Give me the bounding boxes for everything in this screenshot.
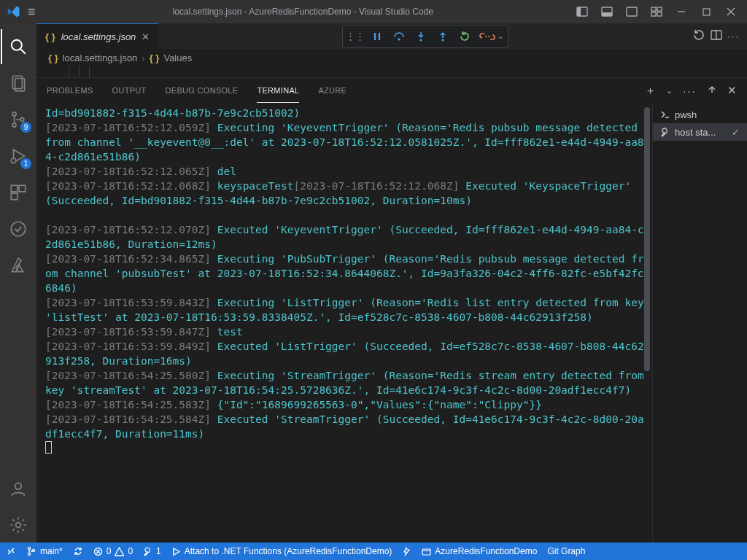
scm-activity[interactable]: 9 (1, 102, 36, 137)
step-out-icon[interactable] (433, 28, 453, 45)
debug-activity[interactable]: 1 (1, 139, 36, 174)
panel-tab-azure[interactable]: AZURE (318, 78, 347, 103)
terminal-list-label: host sta... (675, 127, 716, 138)
app-menu-icon[interactable]: ≡ (28, 4, 36, 20)
status-bar: main* 0 0 1 Attach to .NET Functions (Az… (0, 542, 747, 560)
history-icon[interactable] (692, 28, 705, 44)
panel-tab-terminal[interactable]: TERMINAL (257, 78, 299, 103)
svg-point-23 (398, 38, 400, 40)
editor-tab-localsettings[interactable]: { } local.settings.json ✕ (36, 23, 158, 49)
chevron-right-icon: › (142, 52, 144, 63)
svg-point-25 (442, 39, 444, 41)
breadcrumb[interactable]: { } local.settings.json › { } Values (36, 50, 747, 66)
terminal-list: pwsh host sta... ✓ (652, 103, 747, 542)
wrench-icon (660, 127, 670, 137)
check-icon: ✓ (732, 127, 740, 138)
settings-activity[interactable] (1, 508, 36, 542)
debug-badge: 1 (20, 158, 31, 169)
step-over-icon[interactable] (389, 28, 409, 45)
svg-rect-4 (627, 7, 637, 16)
branch-indicator[interactable]: main* (26, 546, 63, 556)
braces-icon: { } (150, 52, 160, 63)
terminal-icon (660, 109, 670, 120)
testing-activity[interactable] (1, 211, 36, 246)
svg-point-22 (16, 523, 21, 528)
panel-tab-output[interactable]: OUTPUT (112, 78, 147, 103)
problems-indicator[interactable]: 0 0 (93, 546, 133, 556)
bottom-panel: PROBLEMS OUTPUT DEBUG CONSOLE TERMINAL A… (36, 77, 747, 542)
maximize-panel-icon[interactable] (707, 85, 717, 97)
svg-rect-9 (703, 9, 710, 15)
svg-rect-19 (11, 193, 18, 200)
close-panel-icon[interactable]: ✕ (727, 84, 737, 97)
svg-rect-6 (657, 7, 662, 11)
svg-point-16 (11, 158, 16, 163)
wrench-indicator[interactable]: 1 (143, 546, 161, 556)
panel-tab-problems[interactable]: PROBLEMS (47, 78, 93, 103)
terminal-dropdown-icon[interactable]: ⌄ (666, 86, 673, 96)
new-terminal-icon[interactable]: ＋ (645, 84, 656, 98)
braces-icon: { } (45, 31, 55, 42)
project-indicator[interactable]: AzureRedisFunctionDemo (422, 546, 537, 556)
azure-func-indicator[interactable] (402, 547, 411, 556)
window-title: local.settings.json - AzureRedisFunction… (36, 7, 570, 17)
svg-rect-3 (602, 12, 612, 16)
more-icon[interactable]: ··· (727, 31, 740, 42)
explorer-activity[interactable] (1, 66, 36, 101)
terminal-list-item[interactable]: pwsh (653, 106, 747, 123)
minimize-icon[interactable] (670, 1, 693, 23)
svg-point-15 (20, 118, 24, 122)
pause-icon[interactable] (367, 28, 387, 45)
svg-rect-18 (19, 185, 26, 192)
panel-tab-debugconsole[interactable]: DEBUG CONSOLE (166, 78, 239, 103)
split-editor-icon[interactable] (710, 28, 723, 44)
svg-point-14 (12, 123, 16, 127)
search-activity[interactable] (1, 29, 36, 64)
svg-point-24 (420, 39, 422, 41)
svg-point-13 (12, 112, 16, 116)
attach-indicator[interactable]: Attach to .NET Functions (AzureRedisFunc… (171, 546, 392, 556)
step-into-icon[interactable] (411, 28, 431, 45)
activity-bar: 9 1 (0, 23, 36, 542)
restart-icon[interactable] (454, 28, 475, 45)
svg-point-27 (28, 547, 30, 549)
layout-panel-bottom-icon[interactable] (595, 1, 619, 23)
terminal-list-label: pwsh (675, 109, 697, 120)
vscode-logo-icon (7, 5, 20, 18)
svg-rect-7 (651, 12, 656, 16)
terminal-list-item[interactable]: host sta... ✓ (653, 123, 747, 141)
editor-code-sliver (36, 66, 747, 77)
layout-panel-left-icon[interactable] (570, 1, 594, 23)
svg-rect-8 (657, 12, 662, 16)
gitgraph-indicator[interactable]: Git Graph (547, 546, 585, 556)
svg-point-10 (12, 40, 22, 50)
more-icon[interactable]: ··· (683, 85, 697, 97)
maximize-icon[interactable] (694, 1, 718, 23)
sync-indicator[interactable] (73, 546, 83, 556)
close-icon[interactable]: ✕ (142, 31, 150, 42)
titlebar: ≡ local.settings.json - AzureRedisFuncti… (0, 0, 747, 23)
disconnect-icon[interactable]: ⌄ (476, 28, 506, 45)
scm-badge: 9 (20, 122, 31, 133)
azure-activity[interactable] (1, 248, 36, 283)
layout-grid-icon[interactable] (645, 1, 668, 23)
editor-tabs: { } local.settings.json ✕ ⋮⋮ (36, 23, 747, 50)
svg-point-29 (32, 549, 34, 551)
svg-point-20 (11, 222, 26, 236)
terminal-output[interactable]: Id=bd901882-f315-4d44-b87b-7e9c2cb51002)… (36, 103, 652, 542)
terminal-scrollbar[interactable] (644, 107, 650, 371)
braces-icon: { } (48, 52, 58, 63)
drag-handle-icon[interactable]: ⋮⋮ (345, 28, 365, 45)
close-window-icon[interactable] (719, 1, 743, 23)
extensions-activity[interactable] (1, 175, 36, 210)
svg-rect-1 (577, 7, 581, 16)
svg-rect-17 (11, 185, 18, 192)
svg-rect-31 (422, 549, 430, 555)
remote-indicator[interactable] (6, 546, 16, 556)
layout-panel-right-icon[interactable] (620, 1, 643, 23)
svg-point-28 (28, 553, 30, 555)
accounts-activity[interactable] (1, 471, 36, 506)
editor-tab-label: local.settings.json (61, 31, 136, 42)
svg-point-21 (15, 483, 22, 489)
breadcrumb-node: Values (163, 52, 192, 63)
